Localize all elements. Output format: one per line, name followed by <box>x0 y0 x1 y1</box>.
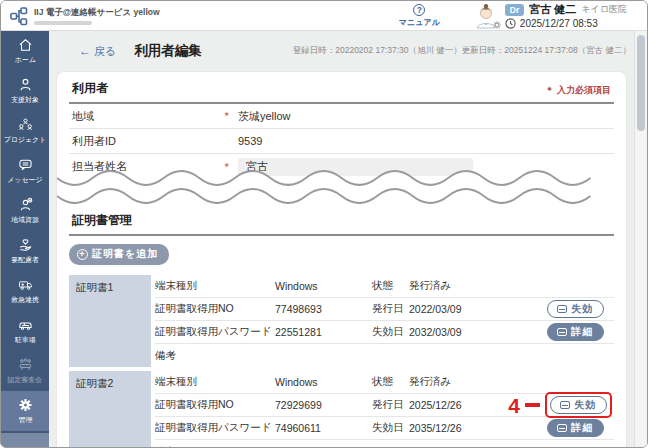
certificate-name: 証明書2 <box>69 371 151 447</box>
status-label: 状態 <box>372 375 409 389</box>
user-section-title: 利用者 <box>72 80 108 97</box>
cert1-no-row: 証明書取得用NO 77498693 発行日 2022/03/09 失効 <box>155 298 614 321</box>
app-window: IIJ 電子@連絡帳サービス yellow ? マニュアル <box>0 0 648 448</box>
form-row-user-id: 利用者ID 9539 <box>69 129 614 154</box>
expire-value: 2032/03/09 <box>409 326 501 338</box>
certificate-icon <box>557 305 567 313</box>
cert2-revoke-button[interactable]: 失効 <box>550 396 607 414</box>
tutorial-annotation-4: 4 失効 <box>508 392 612 418</box>
home-icon <box>17 37 34 53</box>
scrollbar-thumb[interactable] <box>637 35 645 131</box>
cert1-password-row: 証明書取得用パスワード 22551281 失効日 2032/03/09 詳細 <box>155 321 614 344</box>
cert2-detail-button[interactable]: 詳細 <box>547 419 604 437</box>
user-org: キイロ医院 <box>581 3 627 16</box>
person-plus-icon <box>17 197 34 213</box>
avatar-gear-icon <box>493 21 501 29</box>
issued-value: 2025/12/26 <box>409 399 501 411</box>
sidebar-label: 地域資源 <box>11 215 39 224</box>
logo-network-icon <box>9 6 29 26</box>
expire-value: 2035/12/26 <box>409 422 501 434</box>
password-label: 証明書取得用パスワード <box>155 421 275 435</box>
sidebar-item-home[interactable]: ホーム <box>1 31 49 71</box>
sidebar-label: 救急連携 <box>11 295 39 304</box>
issued-label: 発行日 <box>372 398 409 412</box>
annotation-number: 4 <box>508 395 520 416</box>
manual-label: マニュアル <box>399 17 440 28</box>
back-label: 戻る <box>94 44 116 59</box>
sidebar-item-admin[interactable]: 管理 <box>1 391 49 431</box>
sidebar-label: プロジェクト <box>4 135 46 144</box>
form-row-first-name: ＊ <box>69 179 614 204</box>
cert-section-title: 証明書管理 <box>72 212 132 229</box>
expire-label: 失効日 <box>372 421 409 435</box>
sidebar-label: 要配慮者 <box>11 255 39 264</box>
required-mark: ＊ <box>222 109 238 123</box>
password-value: 74960611 <box>275 422 372 434</box>
required-mark: ＊ <box>545 84 554 97</box>
login-datetime: 2025/12/27 08:53 <box>520 18 598 29</box>
status-value: 発行済み <box>409 279 501 293</box>
certificate-icon <box>557 328 567 336</box>
sidebar-item-project[interactable]: プロジェクト <box>1 111 49 151</box>
first-name-field[interactable] <box>238 183 473 201</box>
gear-icon <box>17 397 34 413</box>
avatar[interactable] <box>474 3 498 29</box>
clock-icon <box>505 18 516 29</box>
sidebar-item-support-target[interactable]: 支援対象 <box>1 71 49 111</box>
edit-card: 利用者 ＊ 入力必須項目 地域 ＊ 茨城yellow 利用者ID 9539 <box>56 71 627 447</box>
manual-link[interactable]: ? マニュアル <box>399 4 440 28</box>
note-label: 備考 <box>155 445 275 448</box>
cert2-terminal-row: 端末種別 Windows 状態 発行済み <box>155 371 614 394</box>
logo-subtext <box>34 21 92 25</box>
terminal-value: Windows <box>275 280 372 292</box>
sidebar-label: 認定審査会 <box>8 375 43 384</box>
issued-label: 発行日 <box>372 302 409 316</box>
cert-section-header: 証明書管理 <box>69 204 614 236</box>
cert-no-value: 77498693 <box>275 303 372 315</box>
status-label: 状態 <box>372 279 409 293</box>
cert1-revoke-button[interactable]: 失効 <box>547 300 604 318</box>
last-name-field[interactable] <box>238 158 473 176</box>
person-icon <box>17 77 34 93</box>
ambulance-icon <box>17 277 34 293</box>
annotation-highlight-box: 失効 <box>545 392 612 418</box>
sidebar-item-care-required[interactable]: 要配慮者 <box>1 231 49 271</box>
vertical-scrollbar[interactable] <box>634 31 647 447</box>
sidebar-item-region-resource[interactable]: 地域資源 <box>1 191 49 231</box>
required-note: ＊ 入力必須項目 <box>545 84 611 97</box>
add-certificate-button[interactable]: + 証明書を追加 <box>69 244 169 265</box>
top-header: IIJ 電子@連絡帳サービス yellow ? マニュアル <box>1 1 647 31</box>
form-row-region: 地域 ＊ 茨城yellow <box>69 104 614 129</box>
sidebar-label: 駐車場 <box>15 335 36 344</box>
role-badge: Dr <box>505 4 524 16</box>
cert1-detail-button[interactable]: 詳細 <box>547 323 604 341</box>
sidebar-label: ホーム <box>14 55 35 64</box>
back-link[interactable]: ← 戻る <box>79 44 116 59</box>
sidebar-label: 管理 <box>18 415 32 424</box>
hand-heart-icon <box>17 237 34 253</box>
question-icon: ? <box>413 4 425 16</box>
sidebar-item-certification-board[interactable]: 認定審査会 <box>1 351 49 391</box>
board-meeting-icon <box>17 357 34 373</box>
terminal-label: 端末種別 <box>155 375 275 389</box>
group-icon <box>17 117 34 133</box>
certificate-name: 証明書1 <box>69 275 151 367</box>
status-value: 発行済み <box>409 375 501 389</box>
field-label: 利用者ID <box>72 134 222 149</box>
cert-no-value: 72929699 <box>275 399 372 411</box>
sidebar-label: 支援対象 <box>11 95 39 104</box>
user-section-header: 利用者 ＊ 入力必須項目 <box>69 72 614 104</box>
annotation-arrow <box>525 403 540 407</box>
main-content: ← 戻る 利用者編集 登録日時：20220202 17:37:30（旭川 健一）… <box>49 31 647 447</box>
sidebar-item-parking[interactable]: 駐車場 <box>1 311 49 351</box>
field-label: 担当者姓名 <box>72 159 222 174</box>
user-id-value: 9539 <box>238 135 262 147</box>
sidebar-item-emergency-link[interactable]: 救急連携 <box>1 271 49 311</box>
record-meta: 登録日時：20220202 17:37:30（旭川 健一）更新日時：202512… <box>293 45 631 57</box>
logo-title: IIJ 電子@連絡帳サービス yellow <box>34 7 160 19</box>
form-row-last-name: 担当者姓名 ＊ <box>69 154 614 179</box>
sidebar-label: メッセージ <box>7 175 42 184</box>
note-label: 備考 <box>155 349 275 363</box>
certificate-2-block: 証明書2 端末種別 Windows 状態 発行済み 証明書取得用NO 72929… <box>69 371 614 447</box>
sidebar-item-message[interactable]: メッセージ <box>1 151 49 191</box>
